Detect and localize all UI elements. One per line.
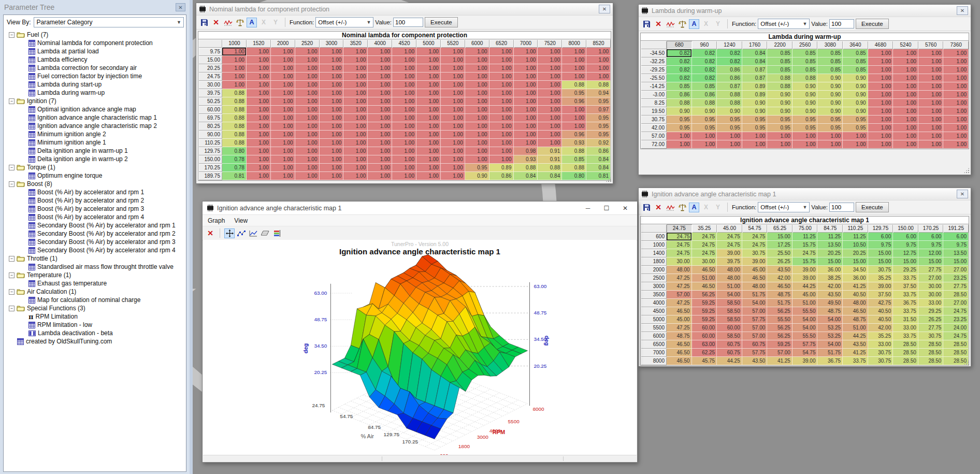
table-cell[interactable]: 54.75 [792,349,818,357]
table-cell[interactable]: 0.95 [742,116,768,124]
table-cell[interactable]: 0.95 [717,124,742,132]
table-cell[interactable]: 0.98 [514,147,538,155]
row-header[interactable]: 600 [641,233,667,241]
table-cell[interactable]: 0.90 [817,99,843,107]
table-cell[interactable]: 0.95 [792,124,818,132]
table-cell[interactable]: 23.25 [943,315,969,324]
table-cell[interactable]: 0.95 [843,116,868,124]
table-cell[interactable]: 46.50 [692,282,717,291]
table-cell[interactable]: 46.50 [667,357,692,365]
table-cell[interactable]: 1.00 [368,131,392,139]
tree-group[interactable]: −Throttle (1) [5,254,186,263]
collapse-icon[interactable]: − [9,289,15,295]
table-cell[interactable]: 1.00 [343,139,368,147]
table-cell[interactable]: 0.85 [692,82,717,91]
table-cell[interactable]: 1.00 [368,48,392,56]
row-header[interactable]: 1800 [641,257,667,266]
table-cell[interactable]: 1.00 [392,48,416,56]
table-cell[interactable]: 27.75 [918,266,944,274]
pan-icon[interactable] [224,228,235,238]
table-cell[interactable]: 1.00 [368,97,392,106]
table-cell[interactable]: 1.00 [247,73,271,81]
panel-titlebar[interactable]: Parameter Tree ✕ [0,0,190,15]
table-cell[interactable]: 39.75 [717,257,742,266]
table-cell[interactable]: 30.75 [868,349,893,357]
table-cell[interactable]: 1.00 [868,58,893,66]
table-cell[interactable]: 24.75 [717,241,742,249]
trace-icon[interactable] [223,18,233,27]
table-cell[interactable]: 0.85 [562,155,586,164]
table-cell[interactable]: 36.00 [817,266,843,274]
table-cell[interactable]: 1.00 [368,155,392,164]
table-cell[interactable]: 54.00 [817,315,843,324]
skew-icon[interactable] [260,228,270,238]
table-cell[interactable]: 0.89 [489,164,514,172]
table-cell[interactable]: 0.84 [538,172,562,180]
tree-group[interactable]: −Fuel (7) [5,31,186,39]
chart-type-icon[interactable] [248,228,258,238]
table-cell[interactable]: 1.00 [343,155,368,164]
collapse-icon[interactable]: − [9,32,15,38]
row-header[interactable]: 19.50 [641,107,667,116]
table-cell[interactable]: 28.50 [918,340,944,349]
table-cell[interactable]: 1.00 [538,48,562,56]
table-cell[interactable]: 0.85 [817,49,843,58]
column-header[interactable]: 960 [692,41,717,49]
table-cell[interactable]: 28.50 [943,349,969,357]
table-cell[interactable]: 1.00 [271,131,295,139]
table-cell[interactable]: 0.87 [717,82,742,91]
table-cell[interactable]: 1.00 [441,81,465,89]
table-cell[interactable]: 0.88 [717,91,742,99]
table-cell[interactable]: 0.82 [667,49,692,58]
table-cell[interactable]: 1.00 [586,64,611,73]
table-cell[interactable]: 0.88 [538,164,562,172]
table-cell[interactable]: 0.85 [767,66,792,74]
table-cell[interactable]: 0.95 [843,124,868,132]
table-cell[interactable]: 1.00 [247,97,271,106]
window-titlebar[interactable]: Ignition advance angle characteristic ma… [639,188,971,200]
column-header[interactable]: 45.00 [717,224,742,233]
table-cell[interactable]: 1.00 [943,82,969,91]
table-cell[interactable]: 56.25 [767,324,792,332]
table-cell[interactable]: 1.00 [271,172,295,180]
table-cell[interactable]: 60.00 [692,324,717,332]
table-cell[interactable]: 1.00 [392,172,416,180]
table-cell[interactable]: 46.50 [742,274,768,282]
table-cell[interactable]: 1.00 [441,106,465,114]
table-cell[interactable]: 1.00 [295,147,320,155]
table-cell[interactable]: 1.00 [247,147,271,155]
table-cell[interactable]: 1.00 [295,131,320,139]
table-cell[interactable]: 1.00 [465,81,489,89]
table-cell[interactable]: 0.90 [843,107,868,116]
table-cell[interactable]: 0.86 [692,91,717,99]
table-cell[interactable]: 0.86 [489,172,514,180]
table-cell[interactable]: 0.86 [586,147,611,155]
table-cell[interactable]: 0.90 [843,91,868,99]
table-cell[interactable]: 15.75 [792,257,818,266]
table-cell[interactable]: 1.00 [392,147,416,155]
table-cell[interactable]: 0.86 [717,66,742,74]
table-cell[interactable]: 1.00 [489,147,514,155]
table-cell[interactable]: 0.88 [222,89,247,97]
table-cell[interactable]: 37.50 [893,282,918,291]
table-cell[interactable]: 15.00 [767,233,792,241]
table-cell[interactable]: 0.85 [767,49,792,58]
table-cell[interactable]: 30.00 [918,291,944,299]
table-cell[interactable]: 11.25 [843,233,868,241]
table-cell[interactable]: 39.00 [792,357,818,365]
table-cell[interactable]: 1.00 [320,164,344,172]
tree-item[interactable]: RPM limitation - low [5,321,186,329]
table-cell[interactable]: 1.00 [392,122,416,131]
table-cell[interactable]: 0.81 [586,172,611,180]
save-icon[interactable] [641,19,652,29]
column-header[interactable]: 2520 [295,39,320,48]
table-cell[interactable]: 1.00 [465,114,489,122]
table-cell[interactable]: 43.50 [742,357,768,365]
table-cell[interactable]: 1.00 [441,97,465,106]
table-cell[interactable]: 1.00 [247,172,271,180]
table-cell[interactable]: 60.75 [717,349,742,357]
table-cell[interactable]: 0.95 [586,114,611,122]
table-cell[interactable]: 1.00 [222,56,247,64]
table-cell[interactable]: 1.00 [368,164,392,172]
tree-item[interactable]: Secondary Boost (% Air) by accelerator a… [5,238,186,246]
